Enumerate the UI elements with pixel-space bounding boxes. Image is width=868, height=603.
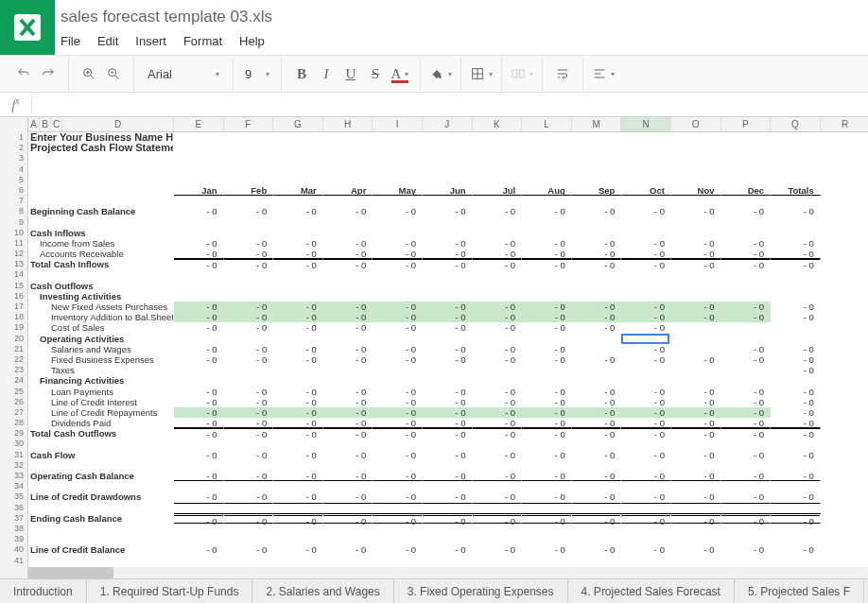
cell[interactable]: - 0: [671, 407, 721, 418]
cell[interactable]: - 0: [373, 387, 423, 397]
row-header-34[interactable]: 34: [0, 481, 27, 491]
cell[interactable]: - 0: [224, 206, 274, 216]
cell[interactable]: - 0: [621, 513, 671, 524]
grid-row-17[interactable]: New Fixed Assets Purchases- 0- 0- 0- 0- …: [28, 302, 868, 312]
grid-row-31[interactable]: Cash Flow- 0- 0- 0- 0- 0- 0- 0- 0- 0- 0-…: [28, 450, 868, 460]
horizontal-scrollbar[interactable]: [28, 567, 868, 578]
cell[interactable]: - 0: [671, 259, 721, 269]
cell[interactable]: - 0: [522, 491, 572, 502]
grid-row-3[interactable]: [28, 153, 868, 164]
cell[interactable]: - 0: [721, 238, 772, 249]
cell[interactable]: [273, 556, 323, 566]
cell[interactable]: - 0: [323, 259, 373, 269]
cell[interactable]: [721, 503, 772, 513]
cell[interactable]: - 0: [522, 322, 572, 333]
cell[interactable]: [373, 556, 423, 566]
cell[interactable]: - 0: [423, 259, 473, 269]
cell[interactable]: - 0: [423, 312, 473, 322]
cell[interactable]: [174, 132, 224, 143]
grid-row-40[interactable]: Line of Credit Balance- 0- 0- 0- 0- 0- 0…: [28, 544, 868, 555]
cell[interactable]: [671, 534, 721, 544]
cell[interactable]: [473, 334, 523, 344]
cell[interactable]: [671, 524, 721, 534]
cell[interactable]: - 0: [572, 418, 622, 428]
cell[interactable]: [522, 269, 572, 280]
cell[interactable]: - 0: [273, 259, 323, 269]
cell[interactable]: [174, 175, 224, 185]
cell[interactable]: [174, 375, 224, 386]
cell[interactable]: [224, 228, 274, 238]
cell[interactable]: - 0: [373, 544, 423, 555]
cell[interactable]: [771, 269, 821, 280]
cell[interactable]: [373, 375, 423, 386]
cell[interactable]: Feb: [224, 185, 274, 196]
cell[interactable]: [771, 439, 821, 449]
select-all-corner[interactable]: [0, 117, 28, 132]
cell[interactable]: [721, 291, 772, 302]
cell[interactable]: - 0: [473, 513, 523, 524]
cell[interactable]: [671, 281, 721, 291]
cell[interactable]: [771, 334, 821, 344]
cell[interactable]: - 0: [621, 428, 671, 439]
cell[interactable]: [473, 153, 523, 164]
cell[interactable]: - 0: [273, 397, 323, 407]
col-header-K[interactable]: K: [473, 117, 523, 131]
cell[interactable]: - 0: [323, 302, 373, 312]
cell[interactable]: - 0: [224, 354, 274, 365]
cell[interactable]: - 0: [273, 206, 323, 216]
cell[interactable]: - 0: [621, 259, 671, 269]
row-header-13[interactable]: 13: [0, 259, 27, 269]
cell[interactable]: [423, 164, 473, 175]
cell[interactable]: [522, 524, 572, 534]
grid-row-27[interactable]: Line of Credit Repayments- 0- 0- 0- 0- 0…: [28, 407, 868, 418]
row-header-40[interactable]: 40: [0, 544, 27, 555]
cell[interactable]: - 0: [224, 238, 274, 249]
cell[interactable]: - 0: [771, 344, 821, 354]
cell[interactable]: [373, 132, 423, 143]
cell[interactable]: - 0: [323, 513, 373, 524]
cell[interactable]: [273, 481, 323, 491]
grid-row-28[interactable]: Dividends Paid- 0- 0- 0- 0- 0- 0- 0- 0- …: [28, 418, 868, 428]
col-header-Q[interactable]: Q: [771, 117, 821, 131]
row-header-39[interactable]: 39: [0, 534, 27, 544]
cell[interactable]: - 0: [621, 418, 671, 428]
cell[interactable]: - 0: [473, 249, 523, 259]
font-name-select[interactable]: Arial ▾: [142, 61, 225, 86]
cell[interactable]: [771, 153, 821, 164]
sheet-tab[interactable]: 5. Projected Sales F: [735, 579, 864, 603]
cell[interactable]: - 0: [224, 491, 274, 502]
grid-row-13[interactable]: Total Cash Inflows- 0- 0- 0- 0- 0- 0- 0-…: [28, 259, 868, 269]
cell[interactable]: - 0: [473, 206, 523, 216]
grid-row-32[interactable]: [28, 460, 868, 471]
cell[interactable]: - 0: [771, 387, 821, 397]
cell[interactable]: [572, 524, 622, 534]
cell[interactable]: [771, 322, 821, 333]
grid-row-41[interactable]: [28, 556, 868, 566]
cell[interactable]: [771, 228, 821, 238]
cell[interactable]: - 0: [671, 397, 721, 407]
cell[interactable]: - 0: [572, 312, 622, 322]
cell[interactable]: [174, 481, 224, 491]
font-color-button[interactable]: A ▾: [388, 61, 412, 86]
cell[interactable]: [671, 334, 721, 344]
cell[interactable]: [323, 132, 373, 143]
cell[interactable]: - 0: [423, 513, 473, 524]
cell[interactable]: Aug: [522, 185, 572, 196]
cell[interactable]: [771, 217, 821, 228]
cell[interactable]: - 0: [671, 387, 721, 397]
cell[interactable]: [273, 153, 323, 164]
cell[interactable]: - 0: [572, 544, 622, 555]
cell[interactable]: [423, 481, 473, 491]
cell[interactable]: [174, 164, 224, 175]
cell[interactable]: [473, 481, 523, 491]
cell[interactable]: [323, 153, 373, 164]
grid-row-30[interactable]: [28, 439, 868, 449]
cell[interactable]: - 0: [323, 544, 373, 555]
cell[interactable]: - 0: [771, 513, 821, 524]
cell[interactable]: - 0: [273, 249, 323, 259]
cell[interactable]: - 0: [771, 259, 821, 269]
cell[interactable]: - 0: [423, 354, 473, 365]
cell[interactable]: - 0: [621, 450, 671, 460]
row-header-7[interactable]: 7: [0, 196, 27, 206]
cell[interactable]: [273, 143, 323, 153]
